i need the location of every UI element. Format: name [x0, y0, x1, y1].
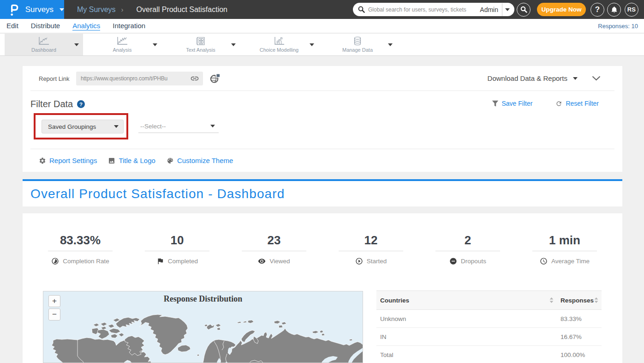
toolbar-item-label: Analysis: [113, 47, 132, 53]
responses-count[interactable]: Responses: 10: [598, 23, 638, 30]
questionpro-logo-icon: [8, 3, 20, 17]
breadcrumb-current: Overall Product Satisfaction: [137, 6, 227, 14]
nav-item-analytics[interactable]: Analytics: [72, 22, 100, 30]
dashboard-chart-icon: [38, 36, 50, 46]
stat-label: Viewed: [269, 258, 290, 265]
zoom-in-button[interactable]: +: [48, 295, 60, 307]
saved-groupings-select[interactable]: Saved Groupings: [42, 120, 124, 133]
database-icon: [353, 36, 362, 46]
flag-icon: [156, 257, 164, 265]
stat-value: 2: [465, 233, 471, 247]
nav-item-edit[interactable]: Edit: [6, 22, 18, 30]
product-caret-icon: [60, 8, 64, 11]
download-data-reports[interactable]: Download Data & Reports: [488, 66, 601, 91]
survey-nav: Edit Distribute Analytics Integration Re…: [0, 19, 644, 33]
toolbar-item-label: Choice Modelling: [260, 47, 298, 53]
stat-underline: [532, 251, 597, 251]
completion-rate-icon: [51, 257, 59, 265]
manage-data-caret-icon[interactable]: [388, 43, 393, 46]
collapse-panel-chevron-icon[interactable]: [592, 76, 601, 81]
search-scope-caret[interactable]: [502, 8, 510, 11]
toolbar-item-choice-modelling[interactable]: Choice Modelling: [240, 34, 318, 55]
customize-theme-link[interactable]: Customize Theme: [167, 157, 233, 164]
download-data-reports-label: Download Data & Reports: [488, 74, 567, 82]
toolbar-item-manage-data[interactable]: Manage Data: [318, 34, 397, 55]
toolbar-item-analysis[interactable]: Analysis: [83, 34, 161, 55]
group-value-caret-icon: [210, 125, 215, 127]
stat-label: Average Time: [551, 258, 590, 265]
top-bar: Surveys My Surveys › Overall Product Sat…: [0, 0, 644, 19]
analysis-caret-icon[interactable]: [153, 43, 157, 46]
analytics-toolbar: Dashboard Analysis Text Analysis Choice …: [0, 34, 644, 56]
stat-label: Completed: [168, 258, 198, 265]
bell-icon: [611, 6, 618, 13]
search-scope-label[interactable]: Admin: [477, 6, 502, 13]
column-header-responses[interactable]: Responses: [557, 297, 602, 304]
stat-underline: [242, 251, 306, 251]
stat-underline: [435, 251, 500, 251]
title-logo-label: Title & Logo: [119, 157, 155, 164]
response-distribution-map[interactable]: Response Distribution + −: [43, 291, 363, 363]
minus-circle-icon: [449, 257, 457, 265]
refresh-icon: [555, 100, 562, 107]
help-button[interactable]: ?: [590, 3, 604, 17]
zoom-out-button[interactable]: −: [48, 309, 60, 321]
avatar[interactable]: RS: [625, 3, 638, 17]
title-logo-link[interactable]: Title & Logo: [108, 157, 155, 164]
dashboard-heading-section: Overall Product Satisfaction - Dashboard: [23, 181, 622, 206]
stat-underline: [145, 251, 209, 251]
notifications-button[interactable]: [607, 3, 621, 17]
breadcrumb-parent[interactable]: My Surveys: [77, 6, 116, 14]
toolbar-item-dashboard[interactable]: Dashboard: [5, 34, 83, 55]
report-link-field[interactable]: https://www.questionpro.com/t/PHBu: [76, 72, 203, 85]
product-menu[interactable]: Surveys: [0, 0, 64, 19]
map-title: Response Distribution: [43, 294, 363, 304]
text-analysis-caret-icon[interactable]: [231, 43, 236, 46]
upgrade-now-button[interactable]: Upgrade Now: [537, 3, 586, 16]
responses-header-label: Responses: [561, 297, 594, 304]
filter-actions: Save Filter Reset Filter: [492, 100, 599, 107]
responses-cell: 100.00%: [557, 351, 602, 358]
sort-icon[interactable]: [549, 297, 554, 303]
responses-cell: 16.67%: [557, 333, 602, 340]
annotation-red-box: Saved Groupings: [34, 113, 128, 139]
sort-icon[interactable]: [594, 297, 598, 303]
report-settings-link[interactable]: Report Settings: [39, 157, 97, 164]
global-search: Admin: [353, 3, 514, 16]
breadcrumb-separator-icon: ›: [121, 6, 124, 13]
analysis-chart-icon: [116, 36, 128, 46]
help-icon: ?: [595, 5, 600, 14]
report-link-url[interactable]: https://www.questionpro.com/t/PHBu: [81, 75, 190, 82]
page-body: Report Link https://www.questionpro.com/…: [0, 56, 644, 363]
funnel-icon: [492, 100, 499, 107]
nav-item-distribute[interactable]: Distribute: [31, 22, 60, 30]
live-report-globe-button[interactable]: [210, 73, 221, 84]
reset-filter-button[interactable]: Reset Filter: [555, 100, 599, 107]
group-value-select[interactable]: --Select--: [138, 120, 219, 133]
countries-table: Countries Responses Unknown 83.33% IN 16…: [376, 290, 602, 363]
stat-label: Started: [367, 258, 387, 265]
filter-help-icon[interactable]: ?: [77, 100, 85, 108]
group-value-placeholder: --Select--: [140, 123, 210, 130]
questionpro-dashboard-screen: Surveys My Surveys › Overall Product Sat…: [0, 0, 644, 363]
clock-icon: [540, 257, 548, 265]
stat-label: Dropouts: [461, 258, 486, 265]
gear-icon: [39, 157, 46, 164]
search-button[interactable]: [517, 3, 531, 17]
save-filter-button[interactable]: Save Filter: [492, 100, 533, 107]
product-name: Surveys: [25, 5, 54, 14]
choice-modelling-caret-icon[interactable]: [310, 43, 314, 46]
global-search-input[interactable]: [368, 6, 468, 13]
dashboard-caret-icon[interactable]: [74, 43, 79, 46]
toolbar-item-text-analysis[interactable]: Text Analysis: [161, 34, 240, 55]
image-icon: [108, 157, 115, 164]
report-settings-label: Report Settings: [49, 157, 97, 164]
filter-data-heading: Filter Data ?: [30, 99, 85, 109]
column-header-countries[interactable]: Countries: [376, 297, 557, 304]
stat-completion-rate: 83.33% Completion Rate: [32, 213, 129, 265]
stat-value: 12: [364, 233, 378, 247]
nav-item-integration[interactable]: Integration: [113, 22, 145, 30]
avatar-initials: RS: [627, 6, 636, 13]
filter-data-title: Filter Data: [30, 99, 73, 109]
survey-nav-items: Edit Distribute Analytics Integration: [6, 22, 145, 30]
